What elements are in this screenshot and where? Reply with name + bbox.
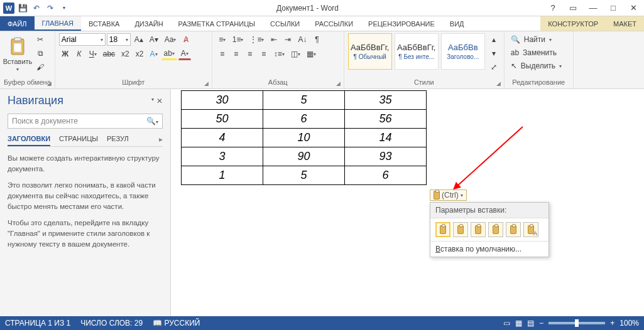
nav-tabs-overflow-icon[interactable]: ▸ <box>138 135 163 146</box>
clear-formatting-button[interactable]: A̷ <box>180 33 192 46</box>
table-cell[interactable]: 5 <box>263 91 345 110</box>
tab-review[interactable]: РЕЦЕНЗИРОВАНИЕ <box>361 16 442 31</box>
status-language[interactable]: 📖 РУССКИЙ <box>153 319 200 327</box>
redo-button[interactable]: ↷ <box>44 2 57 14</box>
paste-default-link[interactable]: Вставка по умолчанию... <box>430 241 548 257</box>
document-table[interactable]: 30535506564101439093156 <box>181 90 427 185</box>
paste-link-formatting[interactable] <box>471 222 486 237</box>
view-read-mode-button[interactable]: ▭ <box>503 319 510 327</box>
tab-insert[interactable]: ВСТАВКА <box>81 16 127 31</box>
undo-button[interactable]: ↶ <box>30 2 43 14</box>
highlight-button[interactable]: ab▾ <box>161 48 177 60</box>
numbering-button[interactable]: 1≡▾ <box>230 33 246 46</box>
table-cell[interactable]: 3 <box>182 147 263 166</box>
align-left-button[interactable]: ≡ <box>216 48 229 60</box>
line-spacing-button[interactable]: ↕≡▾ <box>271 48 287 60</box>
table-cell[interactable]: 35 <box>345 91 427 110</box>
tab-design[interactable]: ДИЗАЙН <box>127 16 170 31</box>
tab-view[interactable]: ВИД <box>442 16 472 31</box>
status-word-count[interactable]: ЧИСЛО СЛОВ: 29 <box>80 319 143 327</box>
font-size-combo[interactable]: 18▾ <box>107 33 131 46</box>
table-row[interactable]: 50656 <box>182 110 427 129</box>
paste-picture[interactable] <box>488 222 503 237</box>
format-painter-button[interactable]: 🖌 <box>34 61 46 73</box>
table-cell[interactable]: 93 <box>345 147 427 166</box>
table-cell[interactable]: 90 <box>263 147 345 166</box>
table-cell[interactable]: 6 <box>263 110 345 129</box>
bold-button[interactable]: Ж <box>59 48 72 60</box>
font-color-button[interactable]: A▾ <box>178 48 191 60</box>
grow-font-button[interactable]: A▴ <box>132 33 146 46</box>
help-button[interactable]: ? <box>545 2 561 14</box>
table-row[interactable]: 39093 <box>182 147 427 166</box>
table-row[interactable]: 156 <box>182 166 427 185</box>
style-no-spacing[interactable]: АаБбВвГг, ¶ Без инте... <box>395 33 439 70</box>
document-canvas[interactable]: 30535506564101439093156 (Ctrl) ▾ Парамет… <box>171 89 644 316</box>
tab-references[interactable]: ССЫЛКИ <box>263 16 307 31</box>
word-app-icon[interactable]: W <box>3 2 15 14</box>
zoom-in-button[interactable]: + <box>610 319 614 327</box>
strikethrough-button[interactable]: abc <box>101 48 117 60</box>
decrease-indent-button[interactable]: ⇤ <box>268 33 280 46</box>
justify-button[interactable]: ≡ <box>258 48 270 60</box>
minimize-button[interactable]: — <box>585 2 601 14</box>
clipboard-dialog-launcher[interactable]: ◢ <box>46 80 53 87</box>
nav-tab-pages[interactable]: СТРАНИЦЫ <box>59 135 98 146</box>
style-normal[interactable]: АаБбВвГг, ¶ Обычный <box>348 33 392 70</box>
tab-table-layout[interactable]: МАКЕТ <box>606 16 644 31</box>
paste-merge-formatting[interactable] <box>453 222 468 237</box>
view-print-layout-button[interactable]: ▦ <box>515 319 522 327</box>
ribbon-display-options-button[interactable]: ▭ <box>565 2 581 14</box>
tab-page-layout[interactable]: РАЗМЕТКА СТРАНИЦЫ <box>171 16 263 31</box>
align-right-button[interactable]: ≡ <box>244 48 256 60</box>
table-cell[interactable]: 10 <box>263 129 345 147</box>
styles-gallery-more[interactable]: ⤢ <box>488 61 500 73</box>
text-effects-button[interactable]: A▾ <box>147 48 160 60</box>
view-web-layout-button[interactable]: ▤ <box>527 319 534 327</box>
close-button[interactable]: ✕ <box>625 2 641 14</box>
table-cell[interactable]: 56 <box>345 110 427 129</box>
bullets-button[interactable]: ≡▾ <box>216 33 229 46</box>
sort-button[interactable]: A↓ <box>295 33 309 46</box>
subscript-button[interactable]: x2 <box>119 48 132 60</box>
table-row[interactable]: 41014 <box>182 129 427 147</box>
replace-button[interactable]: abЗаменить <box>508 46 559 59</box>
tab-table-design[interactable]: КОНСТРУКТОР <box>540 16 606 31</box>
nav-tab-headings[interactable]: ЗАГОЛОВКИ <box>8 135 50 146</box>
tab-file[interactable]: ФАЙЛ <box>0 16 35 31</box>
align-center-button[interactable]: ≡ <box>230 48 243 60</box>
multilevel-list-button[interactable]: ⋮≡▾ <box>247 33 266 46</box>
shrink-font-button[interactable]: A▾ <box>147 33 161 46</box>
italic-button[interactable]: К <box>73 48 85 60</box>
font-name-combo[interactable]: Arial▾ <box>59 33 106 46</box>
nav-tab-results[interactable]: РЕЗУЛ <box>107 135 129 146</box>
nav-pane-menu-icon[interactable]: ▾ <box>151 97 154 105</box>
paste-keep-source-formatting[interactable] <box>435 222 450 237</box>
table-cell[interactable]: 14 <box>345 129 427 147</box>
font-dialog-launcher[interactable]: ◢ <box>203 80 210 87</box>
paragraph-dialog-launcher[interactable]: ◢ <box>335 80 342 87</box>
status-page[interactable]: СТРАНИЦА 1 ИЗ 1 <box>5 319 70 327</box>
underline-button[interactable]: Ч▾ <box>87 48 99 60</box>
nav-search-input[interactable]: Поиск в документе 🔍▾ <box>8 114 163 129</box>
increase-indent-button[interactable]: ⇥ <box>281 33 294 46</box>
styles-dialog-launcher[interactable]: ◢ <box>495 80 503 87</box>
qat-customize-icon[interactable]: ▾ <box>58 2 70 14</box>
shading-button[interactable]: ◫▾ <box>288 48 303 60</box>
table-cell[interactable]: 4 <box>182 129 263 147</box>
paste-use-destination[interactable]: A <box>523 222 538 237</box>
table-cell[interactable]: 50 <box>182 110 263 129</box>
table-cell[interactable]: 30 <box>182 91 263 110</box>
paste-button[interactable]: Вставить ▾ <box>4 33 31 75</box>
zoom-out-button[interactable]: − <box>539 319 543 327</box>
style-heading1[interactable]: АаБбВв Заголово... <box>441 33 485 70</box>
nav-pane-close-icon[interactable]: ✕ <box>156 97 163 105</box>
tab-mailings[interactable]: РАССЫЛКИ <box>307 16 361 31</box>
paste-options-smart-tag[interactable]: (Ctrl) ▾ <box>430 189 467 201</box>
zoom-slider[interactable] <box>548 322 605 324</box>
table-cell[interactable]: 6 <box>345 166 427 185</box>
table-row[interactable]: 30535 <box>182 91 427 110</box>
borders-button[interactable]: ▦▾ <box>304 48 319 60</box>
select-button[interactable]: ↖Выделить▾ <box>508 60 564 72</box>
copy-button[interactable]: ⧉ <box>34 47 46 60</box>
